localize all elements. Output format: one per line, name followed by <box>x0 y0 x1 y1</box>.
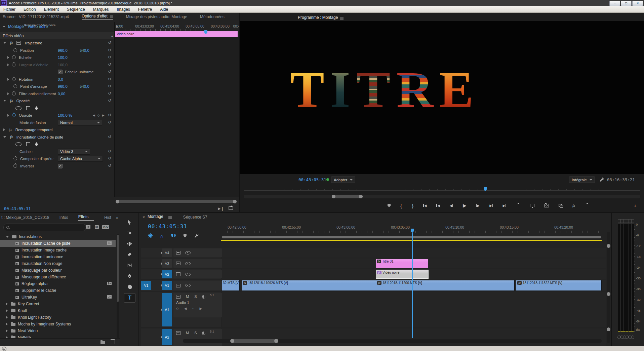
effect-row-trajectoire[interactable]: fxTrajectoire↺ <box>0 39 114 46</box>
checkbox-echelle-uniforme[interactable]: ✓ <box>58 70 63 74</box>
effect-row-opacit-[interactable]: fxOpacité↺ <box>0 97 114 104</box>
maximize-button[interactable]: ▢ <box>621 1 632 6</box>
step-back-icon[interactable]: ◀ <box>450 204 453 207</box>
param-value[interactable]: 0,00 <box>58 92 65 96</box>
clip-18112018-110926-mts-v-[interactable]: fx18112018-110926.MTS [V] <box>242 280 376 290</box>
export-icon[interactable] <box>585 204 589 207</box>
reset-parameter-icon[interactable]: ↺ <box>108 120 111 124</box>
dropdown-composite-d-apr-s-[interactable]: Cache Alpha <box>58 156 103 162</box>
sync-lock-icon[interactable] <box>176 295 180 299</box>
rectangle-mask-icon[interactable] <box>26 142 30 146</box>
effect-row-point-d-ancrage[interactable]: Point d'ancrage960,0540,0↺ <box>0 83 114 90</box>
reset-parameter-icon[interactable]: ↺ <box>108 48 111 52</box>
effect-row-remappage-temporel[interactable]: fxRemappage temporel <box>0 126 114 133</box>
effect-item-incrustation-luminance[interactable]: Incrustation Luminance <box>0 254 116 260</box>
track-lane-v1[interactable]: 32.MTS [V]fx18112018-110926.MTS [V]fx181… <box>222 280 606 291</box>
track-output-eye-icon[interactable] <box>185 284 191 287</box>
comparison-view-icon[interactable] <box>559 204 563 207</box>
effects-tree-scrollbar[interactable] <box>117 234 119 345</box>
video-effects-section-header[interactable]: Effets vidéo ▲ <box>0 32 116 39</box>
lift-icon[interactable] <box>516 204 520 207</box>
expand-icon[interactable] <box>7 64 9 66</box>
mini-timeline-zoom-bar[interactable] <box>116 200 237 203</box>
rectangle-mask-icon[interactable] <box>26 106 30 110</box>
step-forward-icon[interactable]: ▶ <box>476 204 480 207</box>
track-target-v4[interactable]: V4 <box>162 248 172 257</box>
solo-button[interactable]: S <box>194 331 197 335</box>
stopwatch-icon[interactable] <box>12 113 16 117</box>
go-to-out-icon[interactable]: ▶ <box>502 204 506 207</box>
reset-parameter-icon[interactable]: ↺ <box>108 164 111 168</box>
tab-t-mexique-2018-cc2018[interactable]: t : Mexique_2018_CC2018 <box>1 215 49 220</box>
param-value[interactable]: 100,0 <box>58 63 68 67</box>
effect-row-filtre-antiscintillement[interactable]: Filtre antiscintillement0,00↺ <box>0 90 114 97</box>
effects-folder-mocha-by-imagineer-systems[interactable]: Mocha by Imagineer Systems <box>0 321 116 327</box>
effects-folder-incrustations[interactable]: Incrustations <box>0 233 116 240</box>
effect-row-cache-[interactable]: Cache :Vidéo 3↺ <box>0 148 114 155</box>
work-area-bar[interactable] <box>222 236 601 238</box>
stopwatch-icon[interactable] <box>13 164 17 168</box>
dropdown-mode-de-fusion[interactable]: Normal <box>58 120 102 126</box>
close-button[interactable]: ✕ <box>632 1 643 6</box>
mini-timeline-playhead-line[interactable] <box>206 31 206 189</box>
hscroll-right-knob[interactable] <box>274 339 278 343</box>
param-value[interactable]: 960,0 <box>58 48 68 52</box>
effect-row-mode-de-fusion[interactable]: Mode de fusionNormal↺ <box>0 119 114 126</box>
previous-keyframe-icon[interactable]: ◀ <box>184 307 187 310</box>
timeline-timecode[interactable]: 00:43:05:31 <box>148 223 187 230</box>
reset-parameter-icon[interactable]: ↺ <box>108 63 111 67</box>
timeline-vertical-scrollbar[interactable] <box>607 232 610 343</box>
menu-fenêtre[interactable]: Fenêtre <box>138 7 152 12</box>
track-output-eye-icon[interactable] <box>185 262 191 265</box>
menu-elément[interactable]: Elément <box>44 7 59 12</box>
next-keyframe-icon[interactable]: ▶ <box>199 307 202 310</box>
play-icon[interactable]: ▶ <box>463 203 467 208</box>
new-bin-icon[interactable] <box>100 341 105 344</box>
mute-button[interactable]: M <box>186 331 189 335</box>
program-zoom-bar[interactable] <box>244 195 640 198</box>
button-editor-button[interactable]: + <box>634 201 637 210</box>
param-value[interactable]: 540,0 <box>80 48 89 52</box>
filter-yuv[interactable]: YUV <box>102 224 109 230</box>
track-output-eye-icon[interactable] <box>185 251 191 255</box>
tab-effets[interactable]: Effets <box>78 214 94 221</box>
effects-folder-neat-video[interactable]: Neat Video <box>0 327 116 334</box>
reset-parameter-icon[interactable]: ↺ <box>108 77 111 81</box>
track-output-eye-icon[interactable] <box>185 273 191 276</box>
expand-icon[interactable] <box>7 56 9 59</box>
vscroll-knob[interactable] <box>607 327 610 331</box>
close-tab-icon[interactable]: × <box>143 215 145 220</box>
program-zoom-left-knob[interactable] <box>332 195 335 198</box>
clip-vid-o-noire[interactable]: fxVidéo noire <box>376 270 429 279</box>
collapse-icon[interactable] <box>3 42 6 44</box>
extract-icon[interactable] <box>530 204 534 207</box>
param-value[interactable]: 100,0 % <box>58 113 72 117</box>
stopwatch-icon[interactable] <box>12 55 16 59</box>
voiceover-record-icon[interactable] <box>202 332 204 334</box>
param-value[interactable]: 100,0 <box>58 55 68 60</box>
track-lane-v2[interactable]: fxVidéo noire <box>222 269 606 279</box>
ripple-edit-tool[interactable] <box>124 239 135 248</box>
hand-tool[interactable] <box>124 282 135 291</box>
mini-timeline-clip[interactable]: Vidéo noire <box>115 31 238 37</box>
clip-18112018-111200-mts-v-[interactable]: fx18112018-111200.MTS [V] <box>376 280 515 290</box>
tab-hist[interactable]: Hist <box>104 215 111 220</box>
program-zoom-right-knob[interactable] <box>359 195 363 198</box>
panel-menu-icon[interactable] <box>168 216 172 219</box>
add-marker-icon[interactable] <box>184 234 187 239</box>
menu-marques[interactable]: Marques <box>93 7 109 12</box>
clip-32-mts-v-[interactable]: 32.MTS [V] <box>222 280 240 290</box>
menu-images[interactable]: Images <box>117 7 130 12</box>
effects-folder-knoll-light-factory[interactable]: Knoll Light Factory <box>0 314 116 321</box>
creative-cloud-icon[interactable] <box>2 347 6 351</box>
track-lane-a1[interactable] <box>222 292 606 327</box>
mini-timeline-ruler[interactable]: 2:0000:43:03:0000:43:04:0000:43:05:0000:… <box>115 22 239 31</box>
param-value[interactable]: 540,0 <box>80 84 89 88</box>
menu-edition[interactable]: Edition <box>24 7 36 12</box>
expand-icon[interactable] <box>6 303 8 305</box>
clip-titre-01[interactable]: fxTitre 01 <box>376 259 428 268</box>
ellipse-mask-icon[interactable] <box>15 142 22 146</box>
track-select-forward-tool[interactable] <box>124 229 135 237</box>
stopwatch-icon[interactable] <box>13 157 17 160</box>
sync-lock-icon[interactable] <box>176 284 180 287</box>
